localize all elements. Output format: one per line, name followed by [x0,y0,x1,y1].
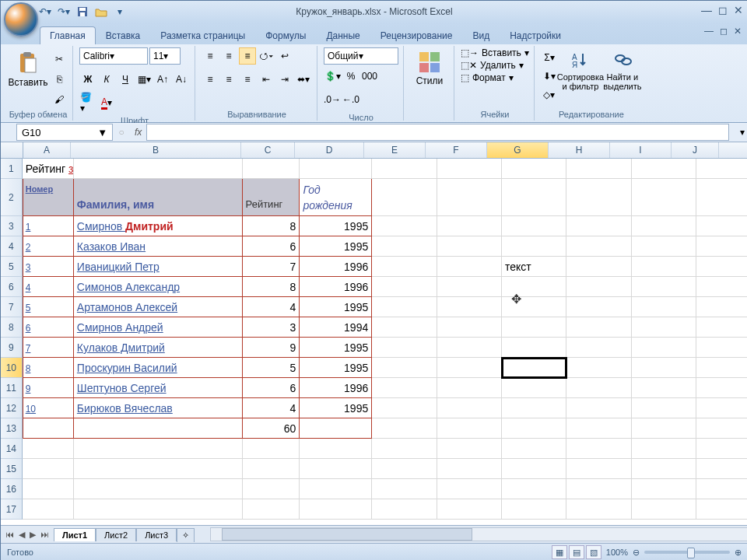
sheet-nav-last-icon[interactable]: ⏭ [39,530,51,540]
cell-year[interactable]: 1995 [300,358,372,378]
cell[interactable] [372,358,437,378]
fill-color-button[interactable]: 🪣▾ [79,94,96,111]
cell[interactable] [632,277,696,297]
merge-button[interactable]: ⬌▾ [295,71,312,88]
delete-cells-button[interactable]: ⬚✕ Удалить ▾ [461,60,524,71]
cell[interactable] [437,277,502,297]
shrink-font-button[interactable]: A↓ [173,71,190,88]
cell-num[interactable]: 6 [23,317,74,338]
cell[interactable] [632,257,696,277]
cell-rating[interactable]: 4 [243,297,300,317]
cell[interactable] [372,398,437,418]
cell-year[interactable]: 1996 [300,257,372,277]
row-header[interactable]: 7 [1,297,23,317]
cell[interactable] [502,459,566,479]
column-header-H[interactable]: H [549,142,610,158]
zoom-slider[interactable] [644,551,730,554]
cell[interactable] [632,459,696,479]
cell[interactable] [566,418,631,439]
cell-num[interactable]: 1 [23,216,74,236]
cell-year[interactable]: 1995 [300,398,372,418]
cell-name[interactable]: Артамонов Алексей [74,297,243,317]
hdr-name[interactable]: Фамилия, имя [74,179,243,216]
sheet-nav-first-icon[interactable]: ⏮ [4,530,16,540]
cell-name[interactable]: Смирнов Андрей [74,317,243,338]
row-header[interactable]: 5 [1,257,23,277]
formula-bar[interactable] [146,124,729,141]
decrease-decimal-button[interactable]: ←.0 [342,91,359,108]
cell[interactable] [372,297,437,317]
column-header-G[interactable]: G [487,142,549,158]
cell[interactable] [300,418,372,439]
insert-cells-button[interactable]: ⬚→ Вставить ▾ [461,47,529,58]
tab-view[interactable]: Вид [462,26,500,44]
tab-home[interactable]: Главная [40,26,96,44]
cell-num[interactable]: 4 [23,277,74,297]
cell-rating[interactable]: 7 [243,257,300,277]
cell-name[interactable]: Бирюков Вячеслав [74,398,243,418]
cell[interactable] [74,439,243,459]
cell[interactable] [696,257,747,277]
sheet-tab-3[interactable]: Лист3 [136,528,177,541]
cell[interactable] [696,317,747,338]
cell[interactable] [632,317,696,338]
cell[interactable] [300,479,372,499]
autosum-button[interactable]: Σ▾ [541,49,558,66]
align-bottom-button[interactable]: ≡ [239,47,256,65]
cell[interactable] [437,418,502,439]
tab-addins[interactable]: Надстройки [500,26,571,44]
align-right-button[interactable]: ≡ [239,71,256,88]
tab-formulas[interactable]: Формулы [255,26,316,44]
tab-insert[interactable]: Вставка [96,26,151,44]
column-header-D[interactable]: D [295,142,364,158]
cell[interactable] [372,277,437,297]
font-name-combo[interactable]: Calibri ▾ [79,47,148,65]
column-header-I[interactable]: I [610,142,672,158]
active-cell[interactable] [502,358,566,378]
cell[interactable] [566,216,631,236]
row-header[interactable]: 15 [1,459,23,479]
cell[interactable] [74,459,243,479]
cell[interactable] [502,179,566,216]
cell-num[interactable]: 7 [23,338,74,358]
cell[interactable] [632,398,696,418]
mdi-minimize-button[interactable]: — [704,26,714,37]
percent-button[interactable]: % [342,68,359,85]
cell[interactable] [372,479,437,499]
cell[interactable] [23,499,74,520]
tab-review[interactable]: Рецензирование [370,26,463,44]
sheet-tab-1[interactable]: Лист1 [54,528,96,541]
cell-rating[interactable]: 6 [243,378,300,398]
cell[interactable] [437,439,502,459]
cell[interactable] [696,358,747,378]
cell[interactable] [566,257,631,277]
cell[interactable] [23,439,74,459]
grow-font-button[interactable]: A↑ [154,71,171,88]
sheet-nav-prev-icon[interactable]: ◀ [17,530,26,540]
cell[interactable] [243,479,300,499]
cell-num[interactable]: 5 [23,297,74,317]
cell-year[interactable]: 1994 [300,317,372,338]
cell[interactable] [372,236,437,257]
cell-name[interactable]: Шептунов Сергей [74,378,243,398]
cell-rating[interactable]: 5 [243,358,300,378]
cell[interactable] [74,418,243,439]
cell[interactable] [437,499,502,520]
find-select-button[interactable]: Найти и выделить [603,47,642,94]
select-all-corner[interactable] [1,142,23,158]
cell[interactable] [696,479,747,499]
tab-data[interactable]: Данные [316,26,370,44]
row-header[interactable]: 11 [1,378,23,398]
clear-button[interactable]: ◇▾ [541,86,558,103]
hdr-rating[interactable]: Рейтинг [243,179,300,216]
cell[interactable] [696,398,747,418]
cell[interactable] [437,179,502,216]
increase-decimal-button[interactable]: .0→ [324,91,341,108]
cell[interactable] [437,479,502,499]
cell[interactable] [632,297,696,317]
comma-button[interactable]: 000 [361,68,378,85]
cell-name[interactable]: Смирнов Дмитрий [74,216,243,236]
cell[interactable] [372,216,437,236]
cell[interactable] [566,398,631,418]
cell[interactable] [696,236,747,257]
